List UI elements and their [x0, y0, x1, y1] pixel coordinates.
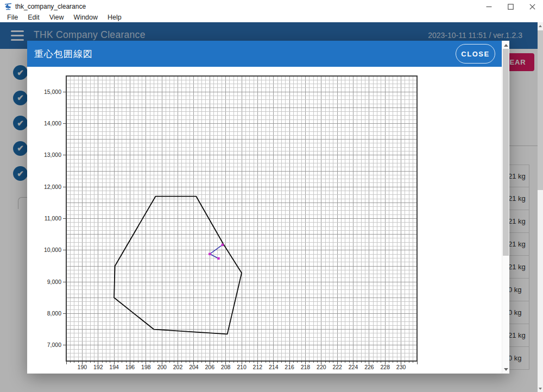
x-axis-tick-label: 196 [125, 364, 135, 370]
y-axis-tick-label: 10,000 [44, 246, 61, 253]
x-axis-tick-label: 204 [189, 364, 199, 370]
maximize-button[interactable] [500, 0, 521, 13]
modal-header: 重心包囲線図 CLOSE [27, 41, 502, 67]
modal-title: 重心包囲線図 [34, 48, 93, 60]
minimize-button[interactable] [478, 0, 500, 13]
x-axis-tick-label: 222 [332, 364, 342, 370]
x-axis-tick-label: 226 [364, 364, 374, 370]
menu-item-edit[interactable]: Edit [23, 13, 45, 22]
cg-point-marker [217, 257, 219, 260]
window-title: thk_company_clearance [15, 3, 86, 10]
cg-track [210, 245, 223, 258]
x-axis-tick-label: 224 [349, 364, 358, 370]
menu-item-help[interactable]: Help [103, 13, 127, 22]
scroll-up-arrow-icon[interactable] [539, 25, 542, 27]
x-axis-tick-label: 212 [253, 364, 263, 370]
chart-area: 1901921941961982002022042062082102122142… [27, 67, 502, 374]
x-axis-tick-label: 192 [93, 364, 103, 370]
app-window: thk_company_clearance FileEditViewWindow… [0, 0, 543, 392]
y-axis-tick-label: 11,000 [45, 215, 61, 222]
x-axis-tick-label: 206 [205, 364, 215, 370]
maximize-icon [508, 4, 514, 10]
cg-envelope-modal: 重心包囲線図 CLOSE 190192194196198200202204206… [27, 41, 509, 374]
minimize-icon [486, 4, 492, 10]
y-axis-tick-label: 15,000 [44, 88, 61, 95]
cg-point-marker [209, 253, 211, 255]
x-axis-tick-label: 230 [396, 364, 406, 370]
title-bar: thk_company_clearance [0, 0, 543, 13]
x-axis-tick-label: 220 [317, 364, 326, 370]
x-axis-tick-label: 202 [173, 364, 183, 370]
x-axis-tick-label: 210 [237, 364, 247, 370]
menu-item-view[interactable]: View [45, 13, 69, 22]
window-scrollbar[interactable] [538, 22, 543, 392]
cg-envelope-chart: 1901921941961982002022042062082102122142… [27, 67, 502, 374]
modal-close-button[interactable]: CLOSE [456, 44, 495, 64]
menu-item-file[interactable]: File [2, 13, 23, 22]
x-axis-tick-label: 200 [157, 364, 167, 370]
app-icon [4, 3, 12, 10]
scroll-down-arrow-icon[interactable] [539, 388, 542, 390]
scroll-down-arrow-icon[interactable] [504, 368, 508, 371]
x-axis-tick-label: 208 [221, 364, 231, 370]
y-axis-tick-label: 13,000 [44, 151, 61, 158]
close-icon [529, 4, 535, 10]
x-axis-tick-label: 190 [78, 364, 87, 370]
scroll-up-arrow-icon[interactable] [504, 44, 508, 47]
y-axis-tick-label: 8,000 [47, 310, 61, 317]
y-axis-tick-label: 14,000 [44, 120, 61, 127]
modal-scrollbar[interactable] [502, 41, 509, 374]
x-axis-tick-label: 218 [301, 364, 311, 370]
modal-scrollbar-thumb[interactable] [503, 49, 509, 256]
y-axis-tick-label: 12,000 [44, 184, 61, 190]
y-axis-tick-label: 9,000 [47, 279, 61, 285]
x-axis-tick-label: 216 [285, 364, 294, 370]
menu-item-window[interactable]: Window [69, 13, 103, 22]
x-axis-tick-label: 194 [109, 364, 119, 370]
x-axis-tick-label: 214 [269, 364, 279, 370]
cg-point-marker [222, 244, 224, 246]
x-axis-tick-label: 228 [381, 364, 390, 370]
x-axis-tick-label: 198 [141, 364, 151, 370]
close-window-button[interactable] [521, 0, 543, 13]
menu-bar: FileEditViewWindowHelp [0, 13, 543, 22]
window-scrollbar-thumb[interactable] [538, 30, 543, 190]
y-axis-tick-label: 7,000 [47, 342, 61, 348]
